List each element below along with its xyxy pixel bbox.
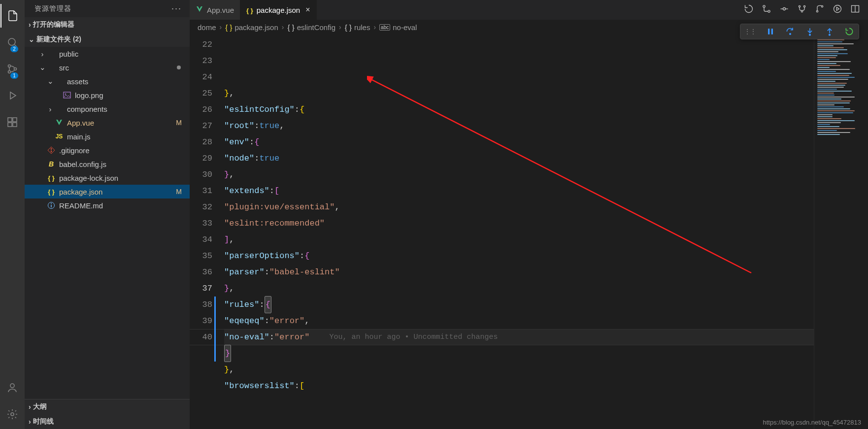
compare-icon[interactable]: [762, 4, 771, 16]
svg-point-2: [8, 65, 11, 67]
source-control-icon[interactable]: 1: [0, 57, 24, 81]
file-item[interactable]: App.vueM: [25, 116, 190, 130]
tree-item-label: package-lock.json: [59, 174, 118, 182]
step-out-button[interactable]: [824, 26, 835, 37]
file-item[interactable]: logo.png: [25, 88, 190, 102]
breadcrumb-segment[interactable]: abcno-eval: [379, 23, 417, 32]
split-editor-icon[interactable]: [850, 4, 860, 16]
line-number: 38: [190, 297, 212, 313]
file-item[interactable]: { }package.jsonM: [25, 185, 190, 198]
editor-tab[interactable]: App.vue: [190, 0, 240, 20]
code-line[interactable]: "no-eval":"error"You, an hour ago • Unco…: [224, 329, 814, 345]
code-line[interactable]: },: [224, 166, 814, 183]
code-line[interactable]: "browserslist": [: [224, 378, 814, 394]
run-icon[interactable]: [833, 4, 842, 16]
svg-point-26: [803, 5, 805, 7]
breadcrumb-segment[interactable]: { }rules: [345, 23, 370, 32]
file-item[interactable]: JSmain.js: [25, 130, 190, 143]
pause-button[interactable]: [765, 26, 776, 37]
code-line[interactable]: },: [224, 280, 814, 297]
code-line[interactable]: "rules": {: [224, 297, 814, 313]
breadcrumb-segment[interactable]: { }package.json: [225, 23, 278, 32]
extensions-icon[interactable]: [0, 110, 24, 134]
editor-tab[interactable]: { }package.json×: [240, 0, 316, 20]
svg-marker-31: [836, 7, 839, 11]
folder-item[interactable]: ⌄src: [25, 61, 190, 74]
go-back-icon[interactable]: [744, 4, 754, 16]
section-opened-editors[interactable]: › 打开的编辑器: [25, 17, 190, 32]
breadcrumb-label: dome: [198, 23, 216, 32]
code-line[interactable]: "plugin:vue/essential",: [224, 199, 814, 215]
sidebar-header: 资源管理器 ···: [25, 0, 190, 17]
img-icon: [62, 91, 72, 99]
svg-point-39: [809, 34, 811, 35]
code-line[interactable]: }: [224, 345, 814, 362]
code-line[interactable]: "eslint:recommended": [224, 215, 814, 231]
step-over-button[interactable]: [785, 26, 796, 37]
code-line[interactable]: },: [224, 85, 814, 101]
close-icon[interactable]: ×: [305, 5, 310, 14]
restart-button[interactable]: [844, 26, 855, 37]
breadcrumb-icon: { }: [287, 23, 294, 32]
breadcrumb-segment[interactable]: dome: [198, 23, 216, 32]
code-line[interactable]: "root": true,: [224, 118, 814, 134]
code-editor[interactable]: 22232425262728293031323334353637383940 }…: [190, 34, 868, 429]
line-number: 26: [190, 101, 212, 118]
line-number: 23: [190, 53, 212, 69]
code-line[interactable]: "extends": [: [224, 183, 814, 199]
vue-icon: [54, 119, 64, 127]
minimap-line: [817, 39, 844, 40]
step-into-button[interactable]: [804, 26, 815, 37]
code-line[interactable]: "eqeqeq":"error",: [224, 313, 814, 329]
section-label: 新建文件夹 (2): [36, 35, 81, 44]
breadcrumb-segment[interactable]: { }eslintConfig: [287, 23, 335, 32]
chevron-right-icon: ›: [220, 23, 222, 31]
minimap-line: [817, 63, 836, 64]
folder-item[interactable]: ›public: [25, 47, 190, 61]
code-line[interactable]: "node": true: [224, 150, 814, 166]
explorer-icon[interactable]: [0, 4, 24, 28]
tree-item-label: components: [67, 105, 107, 113]
code-content[interactable]: }, "eslintConfig": { "root": true, "env"…: [224, 34, 814, 429]
minimap[interactable]: [814, 34, 868, 429]
code-line[interactable]: "eslintConfig": {: [224, 101, 814, 118]
code-line[interactable]: "env": {: [224, 134, 814, 150]
line-number: 22: [190, 36, 212, 53]
svg-rect-7: [13, 118, 17, 122]
svg-rect-8: [8, 123, 12, 127]
search-icon[interactable]: 2: [0, 31, 24, 54]
section-folder-root[interactable]: ⌄ 新建文件夹 (2): [25, 32, 190, 47]
section-outline[interactable]: › 大纲: [25, 399, 190, 414]
branch-icon[interactable]: [797, 4, 807, 16]
chevron-right-icon: ›: [29, 21, 31, 29]
minimap-line: [817, 124, 830, 125]
file-item[interactable]: { }package-lock.json: [25, 171, 190, 185]
file-item[interactable]: .gitignore: [25, 143, 190, 157]
debug-toolbar[interactable]: ⋮⋮: [740, 24, 859, 39]
minimap-line: [817, 132, 850, 133]
line-number: 24: [190, 69, 212, 85]
folder-item[interactable]: ›components: [25, 102, 190, 116]
search-badge: 2: [10, 46, 18, 52]
run-debug-icon[interactable]: [0, 84, 24, 107]
code-line[interactable]: },: [224, 362, 814, 378]
minimap-line: [817, 73, 852, 74]
minimap-line: [817, 65, 840, 66]
file-item[interactable]: README.md: [25, 198, 190, 212]
json-icon: { }: [246, 6, 253, 14]
code-line[interactable]: "parser": "babel-eslint": [224, 264, 814, 280]
code-line[interactable]: "parserOptions": {: [224, 248, 814, 264]
commit-node-icon[interactable]: [779, 4, 789, 16]
code-line[interactable]: ],: [224, 231, 814, 248]
minimap-line: [817, 102, 850, 103]
minimap-line: [817, 122, 841, 123]
more-icon[interactable]: ···: [171, 3, 182, 14]
merge-icon[interactable]: [815, 4, 825, 16]
drag-grip-icon[interactable]: ⋮⋮: [744, 28, 756, 35]
settings-gear-icon[interactable]: [0, 402, 24, 426]
file-item[interactable]: Bbabel.config.js: [25, 157, 190, 171]
account-icon[interactable]: [0, 376, 24, 399]
folder-item[interactable]: ⌄assets: [25, 74, 190, 88]
tree-item-label: main.js: [67, 132, 91, 141]
section-timeline[interactable]: › 时间线: [25, 414, 190, 429]
